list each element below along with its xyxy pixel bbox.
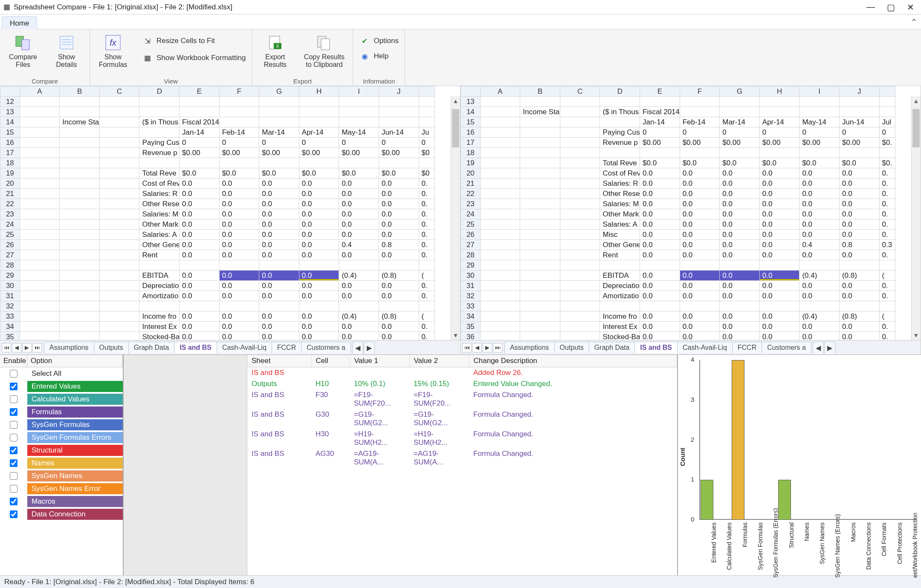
table-row[interactable]: 35Stocked-Ba0.00.00.00.00.00.00. (0, 332, 435, 340)
sheet-nav[interactable]: ⏮◀▶⏭ (462, 343, 502, 352)
table-row[interactable]: 32Amortizatio0.00.00.00.00.00.00. (461, 291, 895, 301)
sheet-scroll-end[interactable]: ◀▶ (813, 342, 835, 354)
show-formulas-button[interactable]: fx Show Formulas (95, 31, 131, 77)
option-row[interactable]: Names (0, 457, 123, 470)
table-row[interactable]: 27Rent0.00.00.00.00.00.00. (0, 250, 435, 260)
option-row[interactable]: SysGen Formulas (0, 418, 123, 431)
option-row[interactable]: Entered Values (0, 380, 123, 393)
table-row[interactable]: 13 (461, 97, 895, 107)
table-row[interactable]: 25Salaries: A0.00.00.00.00.00.00. (0, 230, 435, 240)
option-checkbox[interactable] (10, 498, 17, 505)
option-row[interactable]: Select All (0, 367, 123, 380)
close-icon[interactable]: ✕ (907, 2, 914, 12)
table-row[interactable]: 29 (461, 260, 895, 271)
minimize-icon[interactable]: — (866, 2, 875, 12)
show-details-button[interactable]: Show Details (49, 31, 84, 77)
table-row[interactable]: 15Jan-14Feb-14Mar-14Apr-14May-14Jun-14Ju… (461, 117, 895, 127)
option-checkbox[interactable] (10, 395, 17, 403)
table-row[interactable]: 20Cost of Rev0.00.00.00.00.00.00. (0, 179, 435, 189)
show-wb-format-button[interactable]: ▦Show Workbook Formatting (141, 51, 246, 65)
option-checkbox[interactable] (10, 421, 17, 429)
spreadsheet-grid-right[interactable]: ABCDEFGHIJ1314Income Sta($ in ThousFisca… (460, 86, 921, 340)
sheet-nav[interactable]: ⏮◀▶⏭ (2, 343, 42, 352)
result-row[interactable]: IS and BSAdded Row 26. (247, 367, 677, 379)
option-checkbox[interactable] (10, 408, 17, 416)
export-results-button[interactable]: X Export Results (257, 31, 293, 77)
sheet-tab[interactable]: Graph Data (128, 342, 175, 353)
sheet-tab[interactable]: Customers a (301, 342, 351, 353)
option-checkbox[interactable] (10, 370, 17, 378)
table-row[interactable]: 25Salaries: A0.00.00.00.00.00.00. (461, 219, 895, 230)
compare-files-button[interactable]: Compare Files (5, 31, 41, 77)
table-row[interactable]: 13 (0, 107, 435, 117)
option-checkbox[interactable] (10, 510, 17, 518)
table-row[interactable]: 17Revenue p$0.00$0.00$0.00$0.00$0.00$0.0… (0, 148, 435, 158)
table-row[interactable]: 24Other Mark0.00.00.00.00.00.00. (0, 219, 435, 230)
option-row[interactable]: Calculated Values (0, 393, 123, 406)
option-row[interactable]: SysGen Names (0, 470, 123, 482)
table-row[interactable]: 21Salaries: R0.00.00.00.00.00.00. (0, 189, 435, 199)
maximize-icon[interactable]: ▢ (887, 2, 895, 12)
option-row[interactable]: SysGen Names Error (0, 482, 123, 495)
table-row[interactable]: 28 (0, 260, 435, 271)
sheet-tab[interactable]: Graph Data (589, 342, 635, 353)
table-row[interactable]: 33Income fro0.00.00.00.0(0.4)(0.8)( (0, 311, 435, 322)
table-row[interactable]: 23Salaries: M0.00.00.00.00.00.00. (0, 209, 435, 219)
result-row[interactable]: IS and BSH30=H19-SUM(H2...=H19-SUM(H2...… (247, 429, 677, 448)
vscrollbar-left[interactable]: ▲▼ (451, 96, 460, 340)
table-row[interactable]: 21Salaries: R0.00.00.00.00.00.00. (461, 179, 895, 189)
table-row[interactable]: 30Depreciatio0.00.00.00.00.00.00. (0, 281, 435, 291)
ribbon-tab-home[interactable]: Home (2, 16, 37, 29)
sheet-tab[interactable]: FCCR (732, 342, 762, 353)
sheet-tab[interactable]: Cash-Avail-Liq (217, 342, 272, 353)
sheet-tab[interactable]: Outputs (94, 342, 129, 353)
resize-cells-button[interactable]: ⇲Resize Cells to Fit (141, 34, 246, 48)
table-row[interactable]: 16Paying Cus0000000 (0, 138, 435, 148)
table-row[interactable]: 18 (461, 148, 895, 158)
table-row[interactable]: 31Depreciatio0.00.00.00.00.00.00. (461, 281, 895, 291)
table-row[interactable]: 34Income fro0.00.00.00.0(0.4)(0.8)( (461, 311, 895, 322)
result-row[interactable]: IS and BSAG30=AG19-SUM(A...=AG19-SUM(A..… (247, 448, 677, 468)
table-row[interactable]: 28Rent0.00.00.00.00.00.00. (461, 250, 895, 260)
table-row[interactable]: 36Stocked-Ba0.00.00.00.00.00.00. (461, 332, 895, 340)
sheet-tab[interactable]: Cash-Avail-Liq (677, 342, 733, 353)
table-row[interactable]: 12 (0, 97, 435, 107)
result-row[interactable]: IS and BSF30=F19-SUM(F20...=F19-SUM(F20.… (247, 389, 677, 409)
option-row[interactable]: Structural (0, 444, 123, 457)
table-row[interactable]: 22Other Rese0.00.00.00.00.00.00. (0, 199, 435, 209)
sheet-tab[interactable]: IS and BS (174, 342, 217, 353)
table-row[interactable]: 23Salaries: M0.00.00.00.00.00.00. (461, 199, 895, 209)
table-row[interactable]: 20Cost of Rev0.00.00.00.00.00.00. (461, 168, 895, 179)
table-row[interactable]: 16Paying Cus0000000 (461, 127, 895, 138)
table-row[interactable]: 19Total Reve$0.0$0.0$0.0$0.0$0.0$0.0$0 (0, 168, 435, 179)
table-row[interactable]: 14Income Sta($ in ThousFiscal 2014 (0, 117, 435, 127)
table-row[interactable]: 27Other Gene0.00.00.00.00.40.80.3 (461, 240, 895, 250)
sheet-tab[interactable]: FCCR (272, 342, 301, 353)
table-row[interactable]: 26Other Gene0.00.00.00.00.40.80. (0, 240, 435, 250)
table-row[interactable]: 19Total Reve$0.0$0.0$0.0$0.0$0.0$0.0$0. (461, 158, 895, 168)
option-checkbox[interactable] (10, 472, 17, 480)
option-checkbox[interactable] (10, 485, 17, 493)
table-row[interactable]: 32 (0, 301, 435, 311)
help-button[interactable]: ◉Help (358, 49, 389, 63)
sheet-tab[interactable]: Assumptions (44, 342, 94, 353)
spreadsheet-grid-left[interactable]: ABCDEFGHIJ121314Income Sta($ in ThousFis… (0, 86, 460, 340)
sheet-tab[interactable]: IS and BS (634, 342, 678, 353)
option-checkbox[interactable] (10, 447, 17, 454)
result-row[interactable]: OutputsH1010% (0.1)15% (0.15)Entered Val… (247, 378, 677, 389)
sheet-tab[interactable]: Outputs (554, 342, 589, 353)
table-row[interactable]: 26Misc0.00.00.00.00.00.00. (461, 230, 895, 240)
sheet-tab[interactable]: Assumptions (504, 342, 555, 353)
copy-results-button[interactable]: Copy Results to Clipboard (301, 31, 348, 77)
option-row[interactable]: Macros (0, 495, 123, 508)
table-row[interactable]: 22Other Rese0.00.00.00.00.00.00. (461, 189, 895, 199)
option-row[interactable]: Formulas (0, 406, 123, 418)
ribbon-collapse-icon[interactable]: ⌃ (910, 17, 918, 27)
table-row[interactable]: 29EBITDA0.00.00.00.0(0.4)(0.8)( (0, 271, 435, 281)
option-checkbox[interactable] (10, 434, 17, 441)
table-row[interactable]: 30EBITDA0.00.00.00.0(0.4)(0.8)( (461, 271, 895, 281)
options-button[interactable]: ✔Options (358, 34, 400, 48)
table-row[interactable]: 24Other Mark0.00.00.00.00.00.00. (461, 209, 895, 219)
option-checkbox[interactable] (10, 459, 17, 467)
table-row[interactable]: 18 (0, 158, 435, 168)
